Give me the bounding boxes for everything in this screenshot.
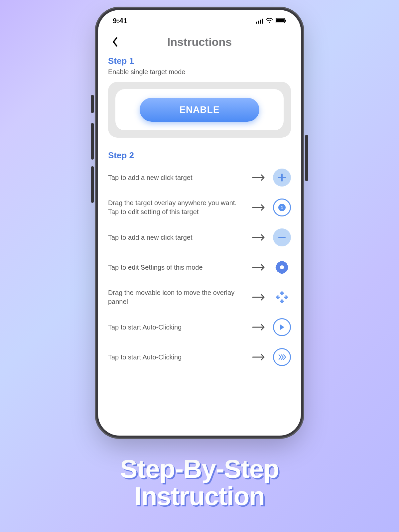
target-number: 1 <box>278 204 286 211</box>
arrow-right-icon <box>250 293 267 301</box>
svg-point-4 <box>280 265 284 269</box>
instruction-row: Tap to start Auto-Clicking <box>108 312 291 342</box>
cellular-icon <box>256 18 263 24</box>
instruction-text: Tap to edit Settings of this mode <box>108 263 244 272</box>
instruction-row: Tap to add a new click target <box>108 163 291 193</box>
plus-icon <box>277 173 287 182</box>
caption-line-2: Instruction <box>120 483 279 510</box>
add-target-icon[interactable] <box>273 169 291 187</box>
instruction-text: Tap to start Auto-Clicking <box>108 323 244 332</box>
svg-rect-2 <box>285 20 286 22</box>
settings-icon[interactable] <box>273 258 291 276</box>
phone-frame: 9:41 Instructions Step 1 Enable single t… <box>98 10 301 436</box>
enable-card: ENABLE <box>108 82 291 138</box>
move-icon <box>275 290 289 305</box>
instruction-text: Tap to add a new click target <box>108 173 244 182</box>
status-time: 9:41 <box>113 17 127 25</box>
caption-line-1: Step-By-Step <box>120 456 279 483</box>
minus-icon <box>277 233 287 242</box>
step1-label: Step 1 <box>108 56 291 66</box>
chevrons-right-icon <box>278 353 286 361</box>
remove-target-icon[interactable] <box>273 228 291 246</box>
instruction-row: Tap to edit Settings of this mode <box>108 252 291 282</box>
instruction-row: Tap to start Auto-Clicking <box>108 342 291 372</box>
start-clicking-icon[interactable] <box>273 318 291 336</box>
gear-icon <box>275 260 289 275</box>
fast-forward-icon[interactable] <box>273 348 291 366</box>
target-number-icon[interactable]: 1 <box>273 199 291 216</box>
header: Instructions <box>98 32 301 56</box>
arrow-right-icon <box>250 233 267 241</box>
arrow-right-icon <box>250 263 267 271</box>
arrow-right-icon <box>250 203 267 211</box>
status-bar: 9:41 <box>98 10 301 32</box>
instruction-text: Drag the target overlay anywhere you wan… <box>108 199 244 216</box>
instruction-row: Drag the movable icon to move the overla… <box>108 282 291 312</box>
arrow-right-icon <box>250 323 267 331</box>
wifi-icon <box>266 17 273 25</box>
enable-button[interactable]: ENABLE <box>140 98 259 122</box>
instruction-text: Tap to start Auto-Clicking <box>108 353 244 362</box>
instruction-text: Tap to add a new click target <box>108 233 244 242</box>
page-title: Instructions <box>121 36 278 49</box>
instruction-text: Drag the movable icon to move the overla… <box>108 288 244 306</box>
step1-desc: Enable single target mode <box>108 68 291 76</box>
instruction-row: Tap to add a new click target <box>108 222 291 252</box>
move-panel-icon[interactable] <box>273 288 291 306</box>
svg-rect-1 <box>276 19 284 22</box>
battery-icon <box>276 17 286 25</box>
arrow-right-icon <box>250 174 267 182</box>
promo-caption: Step-By-Step Instruction <box>120 456 279 510</box>
back-button[interactable] <box>108 35 121 49</box>
play-icon <box>278 324 286 331</box>
instruction-row: Drag the target overlay anywhere you wan… <box>108 193 291 222</box>
arrow-right-icon <box>250 353 267 361</box>
step2-label: Step 2 <box>108 150 291 161</box>
chevron-left-icon <box>112 37 118 47</box>
